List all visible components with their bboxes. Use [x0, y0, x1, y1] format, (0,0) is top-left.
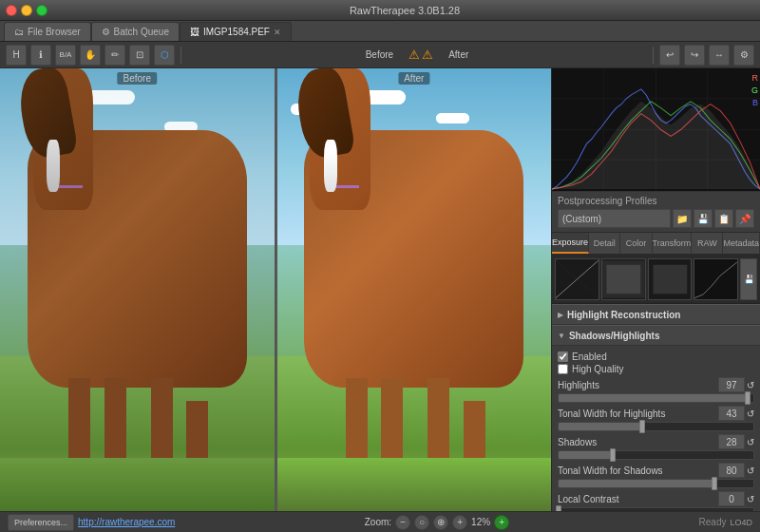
zoom-in-btn[interactable]: + [452, 515, 467, 530]
highlights-value[interactable] [718, 377, 745, 392]
shadows-reset[interactable]: ↺ [747, 437, 754, 447]
tab-metadata[interactable]: Metadata [723, 233, 760, 254]
tab-transform[interactable]: Transform [653, 233, 693, 254]
tab-raw[interactable]: RAW [692, 233, 723, 254]
local-contrast-reset[interactable]: ↺ [747, 494, 754, 504]
tab-file-browser[interactable]: 🗂 File Browser [4, 22, 91, 41]
shadows-value[interactable] [718, 434, 745, 449]
tool-wb[interactable]: ⬡ [154, 45, 175, 66]
tab-exposure[interactable]: Exposure [552, 233, 589, 254]
histogram-svg [552, 68, 760, 191]
hist-b-label: B [752, 98, 758, 107]
bottom-center: Zoom: − ○ ⊕ + 12% + [365, 515, 509, 530]
tab-bar: 🗂 File Browser ⚙ Batch Queue 🖼 IMGP1584.… [0, 21, 760, 42]
website-link[interactable]: http://rawtherapee.com [78, 517, 175, 527]
settings-scroll[interactable]: ▶ Highlight Reconstruction ▼ Shadows/Hig… [552, 304, 760, 511]
high-quality-checkbox[interactable] [558, 364, 568, 374]
local-contrast-value-box: ↺ [718, 491, 754, 506]
after-label: After [448, 49, 468, 60]
right-panel: R G B Postprocessing Profiles (Custom) 📁… [551, 68, 760, 511]
minimize-button[interactable] [21, 5, 32, 16]
close-button[interactable] [6, 5, 17, 16]
high-quality-label: High Quality [572, 364, 623, 374]
preferences-button[interactable]: Preferences... [8, 514, 74, 531]
tool-pan[interactable]: ✋ [80, 45, 101, 66]
tool-h[interactable]: H [6, 45, 27, 66]
tool-flip[interactable]: ↔ [709, 45, 730, 66]
tab-batch-queue[interactable]: ⚙ Batch Queue [91, 22, 180, 41]
shadows-value-box: ↺ [718, 434, 754, 449]
curve-raw-svg [694, 259, 737, 299]
before-panel: Before [0, 68, 275, 511]
tool-select[interactable]: ⊡ [129, 45, 150, 66]
warning-icons: ⚠ ⚠ [408, 48, 433, 62]
zoom-100-btn[interactable]: ⊕ [433, 515, 448, 530]
highlights-label-row: Highlights ↺ [558, 377, 754, 392]
shadows-thumb[interactable] [610, 448, 616, 462]
curve-1-svg [556, 259, 598, 299]
image-tab-icon: 🖼 [190, 27, 200, 37]
toolbar-separator-2 [653, 47, 654, 64]
zoom-out-btn[interactable]: − [395, 515, 410, 530]
tab-image[interactable]: 🖼 IMGP1584.PEF ✕ [180, 22, 292, 41]
profile-open-btn[interactable]: 📁 [673, 209, 692, 228]
shadows-highlights-header[interactable]: ▼ Shadows/Highlights [552, 325, 760, 346]
shadows-track[interactable] [558, 450, 754, 460]
curve-save-btn[interactable]: 💾 [740, 258, 757, 300]
enabled-checkbox[interactable] [558, 352, 568, 362]
tool-ba[interactable]: B/A [55, 45, 76, 66]
tonal-highlights-label-row: Tonal Width for Highlights ↺ [558, 406, 754, 421]
tool-rotate-right[interactable]: ↪ [684, 45, 705, 66]
after-grass-fg [277, 458, 552, 511]
tonal-shadows-reset[interactable]: ↺ [747, 466, 754, 476]
profiles-row: (Custom) 📁 💾 📋 📌 [558, 209, 754, 228]
tonal-shadows-value[interactable] [718, 463, 745, 478]
profile-paste-btn[interactable]: 📌 [735, 209, 754, 228]
tonal-highlights-thumb[interactable] [639, 420, 645, 433]
tool-settings[interactable]: ⚙ [733, 45, 754, 66]
tonal-shadows-thumb[interactable] [712, 477, 717, 490]
local-contrast-thumb[interactable] [556, 505, 561, 511]
curve-raw[interactable] [694, 258, 738, 300]
highlights-reset[interactable]: ↺ [747, 380, 754, 390]
shadows-label: Shadows [558, 437, 597, 447]
status-text: Ready [699, 517, 727, 527]
shadows-arrow: ▼ [558, 332, 565, 340]
tonal-shadows-value-box: ↺ [718, 463, 754, 478]
before-image[interactable] [0, 68, 275, 511]
tool-rotate-left[interactable]: ↩ [659, 45, 680, 66]
tonal-highlights-value[interactable] [718, 406, 745, 421]
curve-2-svg [602, 259, 645, 299]
profile-copy-btn[interactable]: 📋 [714, 209, 733, 228]
profile-select[interactable]: (Custom) [558, 209, 671, 228]
zoom-plus-large[interactable]: + [494, 515, 509, 530]
tab-detail[interactable]: Detail [589, 233, 620, 254]
tool-info[interactable]: ℹ [30, 45, 51, 66]
shadows-label-row: Shadows ↺ [558, 434, 754, 449]
profile-save-btn[interactable]: 💾 [694, 209, 712, 228]
curve-2[interactable] [601, 258, 646, 300]
curve-1[interactable] [555, 258, 599, 300]
local-contrast-track[interactable] [558, 507, 754, 511]
bottom-bar: Preferences... http://rawtherapee.com Zo… [0, 511, 760, 532]
tool-crop[interactable]: ✏ [104, 45, 125, 66]
titlebar: RawTherapee 3.0B1.28 [0, 0, 760, 21]
maximize-button[interactable] [36, 5, 48, 16]
tab-color[interactable]: Color [620, 233, 652, 254]
tonal-highlights-track[interactable] [558, 422, 754, 431]
local-contrast-value[interactable] [718, 491, 745, 506]
after-image[interactable] [277, 68, 552, 511]
zoom-fit-btn[interactable]: ○ [414, 515, 429, 530]
highlights-thumb[interactable] [745, 391, 750, 405]
tonal-highlights-reset[interactable]: ↺ [747, 408, 754, 419]
tonal-shadows-track[interactable] [558, 479, 754, 488]
tab-close-icon[interactable]: ✕ [274, 28, 281, 37]
after-blaze [324, 140, 337, 193]
local-contrast-label-row: Local Contrast ↺ [558, 491, 754, 506]
tonal-highlights-fill [559, 423, 642, 430]
highlights-track[interactable] [558, 393, 754, 403]
highlights-fill [559, 394, 748, 402]
curve-3[interactable] [648, 258, 693, 300]
tonal-highlights-value-box: ↺ [718, 406, 754, 421]
highlight-recon-header[interactable]: ▶ Highlight Reconstruction [552, 304, 760, 325]
